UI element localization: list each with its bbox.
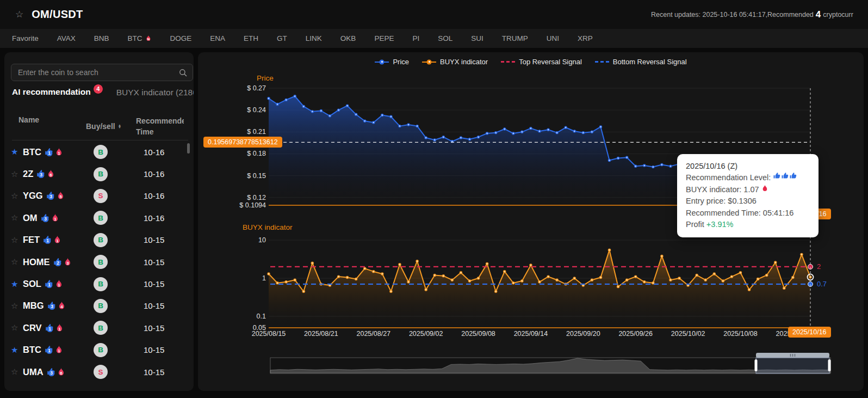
sort-buysell-icon[interactable]: ▲▼ — [118, 124, 121, 128]
row-star-icon[interactable]: ☆ — [11, 213, 23, 223]
buyx-chart-title: BUYX indicator — [243, 223, 293, 231]
signal-sell-badge: S — [94, 189, 108, 203]
coin-name: BTC — [23, 345, 41, 355]
pair-title: OM/USDT — [32, 8, 83, 21]
legend-bottom-reversal-signal[interactable]: Bottom Reversal Signal — [595, 58, 687, 66]
svg-text:1: 1 — [58, 327, 61, 332]
legend-top-reversal-signal[interactable]: Top Reversal Signal — [501, 58, 582, 66]
fire-icon: 5 — [57, 191, 65, 200]
coin-tab-trump[interactable]: TRUMP — [502, 34, 528, 42]
tooltip-entry-label: Entry price: — [686, 195, 726, 207]
coin-tab-avax[interactable]: AVAX — [57, 34, 76, 42]
svg-text:1: 1 — [58, 283, 60, 287]
svg-text:3: 3 — [44, 216, 47, 222]
list-item-mbg[interactable]: ☆ MBG 3 4 B 10-15 — [4, 295, 194, 317]
coin-name: SOL — [23, 279, 41, 289]
list-item-sol[interactable]: ★ SOL 1 1 B 10-15 — [4, 273, 194, 295]
recommended-time: 10-15 — [136, 301, 194, 310]
col-buysell: Buy/sell — [86, 122, 115, 131]
svg-text:3: 3 — [49, 194, 52, 200]
row-badges: 3 6 — [47, 368, 65, 377]
fire-icon: 1 — [55, 323, 64, 333]
coin-tab-xrp[interactable]: XRP — [578, 34, 593, 42]
coin-name: UMA — [23, 367, 44, 377]
tooltip-buyx-label: BUYX indicator: — [686, 184, 741, 195]
row-badges: 1 1 — [45, 279, 63, 289]
coin-tab-okb[interactable]: OKB — [340, 34, 356, 42]
thumbs-up-icons — [773, 172, 797, 183]
svg-text:0.1: 0.1 — [257, 313, 266, 320]
row-star-icon[interactable]: ☆ — [11, 169, 23, 179]
row-star-icon[interactable]: ☆ — [11, 323, 23, 333]
coin-tab-favorite[interactable]: Favorite — [12, 34, 39, 42]
legend-marker — [375, 62, 389, 63]
coin-tab-gt[interactable]: GT — [277, 34, 287, 42]
coin-tab-doge[interactable]: DOGE — [170, 34, 192, 42]
coin-tab-eth[interactable]: ETH — [244, 34, 258, 42]
list-item-om[interactable]: ☆ OM 3 1 B 10-16 — [4, 207, 194, 229]
signal-sell-badge: S — [94, 365, 108, 379]
coin-tab-pepe[interactable]: PEPE — [374, 34, 394, 42]
coin-tab-sol[interactable]: SOL — [438, 34, 452, 42]
recent-updates: Recent updates: 2025-10-16 05:41:17,Reco… — [651, 0, 853, 29]
signal-buy-badge: B — [94, 167, 108, 181]
tab-ai-recommendation[interactable]: AI recommendation4 — [12, 87, 103, 98]
coin-tab-bnb[interactable]: BNB — [94, 34, 109, 42]
svg-text:$ 0.1094: $ 0.1094 — [239, 201, 266, 209]
svg-text:3: 3 — [40, 173, 43, 178]
svg-text:6: 6 — [60, 370, 63, 375]
signal-buy-badge: B — [94, 211, 108, 225]
row-star-icon[interactable]: ☆ — [11, 235, 23, 245]
legend-price[interactable]: Price — [375, 58, 409, 66]
row-star-icon[interactable]: ★ — [11, 345, 23, 355]
svg-text:$ 0.21: $ 0.21 — [247, 128, 266, 136]
coin-name: CRV — [23, 323, 42, 333]
thumb-up-icon: 2 — [53, 258, 62, 267]
crosshair-date-label-axis: 2025/10/16 — [788, 327, 831, 338]
list-item-crv[interactable]: ☆ CRV 1 1 B 10-15 — [4, 317, 194, 339]
list-item-home[interactable]: ☆ HOME 2 3 B 10-15 — [4, 251, 194, 273]
coin-tab-sui[interactable]: SUI — [471, 34, 483, 42]
search-input[interactable] — [17, 68, 179, 77]
row-star-icon[interactable]: ★ — [11, 147, 23, 157]
list-item-btc[interactable]: ★ BTC 1 1 B 10-16 — [4, 141, 194, 163]
list-item-uma[interactable]: ☆ UMA 3 6 S 10-15 — [4, 361, 194, 383]
thumb-up-icon: 1 — [45, 323, 54, 333]
svg-text:3: 3 — [66, 260, 69, 265]
list-item-btc[interactable]: ★ BTC 1 1 B 10-15 — [4, 339, 194, 361]
list-item-2z[interactable]: ☆ 2Z 3 6 B 10-16 — [4, 163, 194, 185]
sidebar-scrollbar[interactable] — [187, 143, 190, 154]
svg-text:$ 0.24: $ 0.24 — [247, 106, 266, 114]
updates-suffix: cryptocurr — [823, 11, 853, 19]
svg-text:2025/10/02: 2025/10/02 — [671, 330, 705, 338]
row-badges: 1 1 — [45, 345, 63, 354]
coin-tab-uni[interactable]: UNI — [547, 34, 559, 42]
thumb-up-icon: 1 — [45, 345, 53, 354]
row-star-icon[interactable]: ☆ — [11, 191, 23, 201]
coin-tab-ena[interactable]: ENA — [210, 34, 225, 42]
legend-buyx-indicator[interactable]: BUYX indicator — [422, 58, 488, 66]
coin-tab-pi[interactable]: PI — [412, 34, 419, 42]
ai-count-badge: 4 — [93, 84, 103, 94]
row-star-icon[interactable]: ☆ — [11, 257, 23, 267]
list-item-fet[interactable]: ☆ FET 1 1 B 10-15 — [4, 229, 194, 251]
svg-text:1: 1 — [56, 238, 59, 243]
row-star-icon[interactable]: ★ — [11, 279, 23, 289]
favorite-star-icon[interactable]: ☆ — [15, 9, 23, 20]
svg-text:6: 6 — [50, 173, 53, 177]
coin-tab-btc[interactable]: BTC N — [128, 34, 152, 42]
col-recommended-time: Recommended Time — [136, 115, 184, 138]
table-header: Name Buy/sell▲▼ Recommended Time — [4, 115, 194, 138]
row-star-icon[interactable]: ☆ — [11, 301, 23, 311]
svg-text:$ 0.27: $ 0.27 — [247, 84, 266, 92]
coin-tab-link[interactable]: LINK — [306, 34, 322, 42]
row-star-icon[interactable]: ☆ — [11, 367, 23, 377]
fire-icon: 1 — [55, 345, 63, 354]
svg-text:1: 1 — [58, 150, 60, 155]
tab-buyx-indicator[interactable]: BUYX indicator (2186) — [116, 88, 194, 97]
recommended-time: 10-15 — [136, 345, 194, 354]
thumb-up-icon: 1 — [45, 279, 53, 289]
list-item-ygg[interactable]: ☆ YGG 3 5 S 10-16 — [4, 185, 194, 207]
updates-count: 4 — [816, 9, 821, 20]
row-badges: 1 1 — [45, 148, 63, 157]
